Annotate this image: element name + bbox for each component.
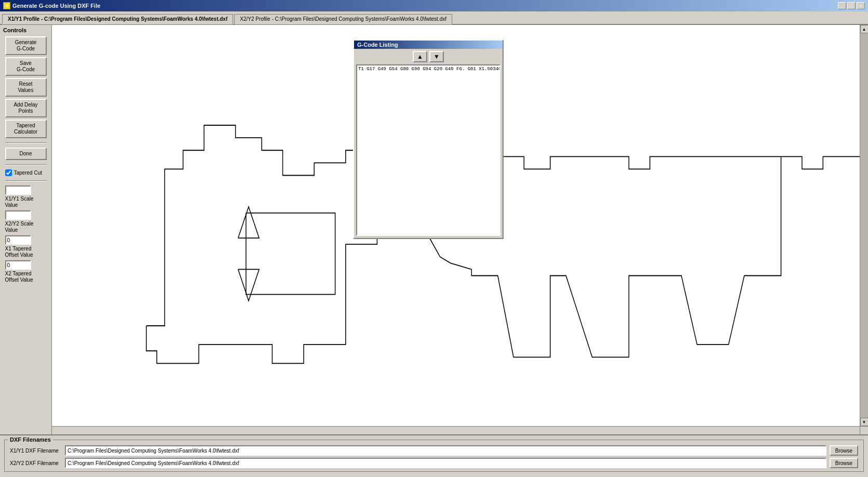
save-gcode-button[interactable]: SaveG-Code — [5, 57, 47, 76]
xy2-scale-label: X2/Y2 ScaleValue — [5, 221, 47, 233]
main-container: X1/Y1 Profile - C:\Program Files\Designe… — [0, 11, 868, 477]
separator-2 — [5, 164, 47, 165]
xy1-filename-label: X1/Y1 DXF Filename — [10, 448, 62, 454]
dxf-filenames-group: DXF Filenames X1/Y1 DXF Filename Browse … — [4, 440, 864, 472]
gcode-up-button[interactable]: ▲ — [413, 51, 427, 62]
maximize-button[interactable]: □ — [847, 2, 856, 9]
xy2-scale-input[interactable] — [5, 210, 31, 220]
xy2-filename-label: X2/Y2 DXF Filename — [10, 460, 62, 466]
tapered-calculator-button[interactable]: TaperedCalculator — [5, 120, 47, 138]
generate-gcode-button[interactable]: GenerateG-Code — [5, 36, 47, 55]
scrollbar-corner — [860, 426, 868, 434]
dxf-group-title: DXF Filenames — [8, 436, 53, 443]
xy1-browse-button[interactable]: Browse — [830, 445, 858, 456]
app-icon: ⚙ — [3, 2, 10, 9]
minimize-button[interactable]: _ — [838, 2, 846, 9]
add-delay-points-button[interactable]: Add DelayPoints — [5, 99, 47, 117]
separator-3 — [5, 180, 47, 181]
xy1-scale-group: X1/Y1 ScaleValue — [5, 186, 47, 208]
x2-offset-group: X2 TaperedOffset Value — [5, 260, 47, 283]
controls-panel: Controls GenerateG-Code SaveG-Code Reset… — [0, 25, 52, 434]
window-controls: _ □ × — [838, 2, 865, 9]
title-bar-title: Generate G-code Using DXF File — [12, 3, 100, 9]
x2-offset-input[interactable] — [5, 260, 31, 270]
xy1-scale-label: X1/Y1 ScaleValue — [5, 196, 47, 208]
scroll-up-button[interactable]: ▲ — [860, 25, 869, 33]
tab-xy1-profile[interactable]: X1/Y1 Profile - C:\Program Files\Designe… — [2, 14, 233, 24]
content-area: Controls GenerateG-Code SaveG-Code Reset… — [0, 25, 868, 434]
scroll-down-button[interactable]: ▼ — [860, 418, 869, 426]
gcode-dialog-title: G-Code Listing — [354, 41, 503, 49]
controls-title: Controls — [3, 27, 26, 33]
xy2-scale-group: X2/Y2 ScaleValue — [5, 210, 47, 233]
canvas-scrollbar-horizontal[interactable] — [52, 426, 860, 434]
title-bar: ⚙ Generate G-code Using DXF File _ □ × — [0, 0, 868, 11]
x1-offset-group: X1 TaperedOffset Value — [5, 235, 47, 258]
scroll-track-v[interactable] — [860, 33, 869, 418]
gcode-content[interactable]: T1 G17 G49 G54 G80 G90 G94 G20 G40 F6. G… — [356, 64, 500, 236]
xy2-filename-input[interactable] — [65, 458, 826, 468]
close-button[interactable]: × — [857, 2, 865, 9]
done-button[interactable]: Done — [5, 148, 47, 160]
xy1-scale-input[interactable] — [5, 186, 31, 195]
xy1-filename-input[interactable] — [65, 445, 826, 456]
canvas-scrollbar-vertical: ▲ ▼ — [860, 25, 868, 426]
tapered-cut-row: Tapered Cut — [5, 169, 47, 176]
tab-bar: X1/Y1 Profile - C:\Program Files\Designe… — [0, 11, 868, 25]
tapered-cut-label: Tapered Cut — [14, 170, 42, 176]
gcode-dialog: G-Code Listing ▲ ▼ T1 G17 G49 G54 G80 G9… — [353, 39, 504, 239]
canvas-area: G-Code Listing ▲ ▼ T1 G17 G49 G54 G80 G9… — [52, 25, 868, 434]
x1-offset-label: X1 TaperedOffset Value — [5, 246, 47, 258]
dxf-panel: DXF Filenames X1/Y1 DXF Filename Browse … — [0, 434, 868, 477]
gcode-down-button[interactable]: ▼ — [429, 51, 444, 62]
xy1-filename-row: X1/Y1 DXF Filename Browse — [10, 445, 858, 456]
title-bar-text: ⚙ Generate G-code Using DXF File — [3, 2, 100, 9]
reset-values-button[interactable]: ResetValues — [5, 78, 47, 97]
xy2-filename-row: X2/Y2 DXF Filename Browse — [10, 458, 858, 468]
gcode-nav-controls: ▲ ▼ — [354, 49, 503, 64]
x2-offset-label: X2 TaperedOffset Value — [5, 271, 47, 283]
xy2-browse-button[interactable]: Browse — [830, 458, 858, 468]
tab-xy2-profile[interactable]: X2/Y2 Profile - C:\Program Files\Designe… — [234, 14, 452, 24]
separator-1 — [5, 142, 47, 143]
x1-offset-input[interactable] — [5, 235, 31, 245]
tapered-cut-checkbox[interactable] — [5, 169, 12, 176]
